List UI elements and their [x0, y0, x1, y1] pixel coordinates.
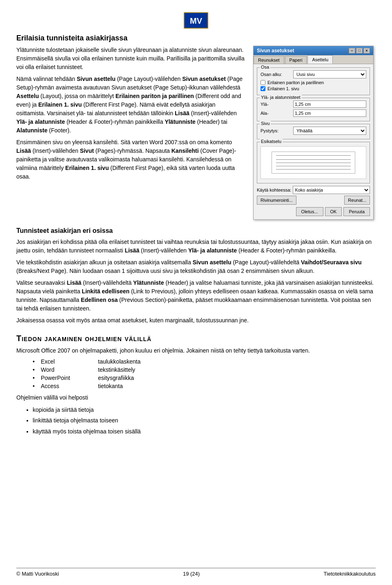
powerpoint-name: PowerPoint — [33, 375, 98, 381]
osa-group-title: Osa — [260, 65, 270, 69]
checkbox-1sivu-input[interactable] — [261, 86, 265, 91]
close-button[interactable]: × — [363, 48, 370, 54]
svg-text:MV: MV — [190, 16, 203, 25]
pystytys-label: Pystytys: — [261, 128, 293, 133]
kayta-select[interactable]: Koko asiakirja — [293, 186, 370, 194]
powerpoint-desc: esitysgrafiikka — [98, 375, 376, 381]
preview-line-mid1 — [276, 159, 351, 160]
dialog-column: Sivun asetukset − □ × Reunukset Paperi A… — [253, 46, 376, 220]
preview-line-mid3 — [276, 166, 351, 166]
dialog-body: Osa Osan alku: Uusi sivu Erilainen parit… — [254, 64, 373, 219]
checkbox-1sivu-label: Erilainen 1. sivu — [267, 86, 299, 91]
logo-container: MV — [16, 12, 376, 30]
section3-intro: Microsoft Office 2007 on ohjelmapaketti,… — [16, 346, 376, 355]
access-name: Access — [33, 383, 98, 389]
excel-name: Excel — [33, 358, 98, 365]
sivu-group: Sivu Pystytys: Ylhäällä — [257, 124, 370, 139]
ala-row: Ala- — [261, 109, 366, 117]
intro-para-1: Ylätunniste tulostetaan jokaiselle sivul… — [16, 46, 245, 71]
peruuta-button[interactable]: Peruuta — [343, 207, 370, 216]
section3: Tiedon jakaminen ohjelmien välillä Micro… — [16, 334, 376, 436]
footer: © Matti Vuorikoski 19 (24) Tietotekniikk… — [16, 568, 376, 577]
osan-alku-row: Osan alku: Uusi sivu — [261, 70, 366, 78]
intro-para-3: Ensimmäinen sivu on yleensä kansilehti. … — [16, 138, 245, 181]
preview-inner — [272, 152, 356, 174]
kayta-row: Käytä kohteessa: Koko asiakirja — [257, 186, 370, 194]
esikatselu-group-title: Esikatselu — [260, 139, 283, 144]
dialog-bottom-buttons: Rivinumerointi... Reunat... — [257, 196, 370, 205]
ok-cancel-row: Oletus... OK Peruuta — [257, 207, 370, 216]
sharing-intro: Ohjelmien välillä voi helposti — [16, 393, 376, 402]
section2-para-1: Jos asiakirjan eri kohdissa pitää olla e… — [16, 238, 376, 255]
rivinumerointi-button[interactable]: Rivinumerointi... — [257, 196, 296, 205]
yla-input[interactable] — [293, 100, 366, 108]
sivun-asetukset-dialog: Sivun asetukset − □ × Reunukset Paperi A… — [253, 46, 374, 220]
dialog-titlebar: Sivun asetukset − □ × — [254, 46, 373, 55]
yla-row: Ylä- — [261, 100, 366, 108]
excel-desc: taulukkolaskenta — [98, 358, 376, 365]
footer-right: Tietotekniikkakoulutus — [324, 571, 376, 577]
ala-input[interactable] — [293, 109, 366, 117]
section2-para-2: Vie tekstikohdistin asiakirjan alkuun ja… — [16, 258, 376, 275]
dialog-tabs: Reunukset Paperi Asettelu — [254, 55, 373, 64]
checkbox-pariton-input[interactable] — [261, 80, 265, 85]
ok-button[interactable]: OK — [325, 207, 342, 216]
osa-group: Osa Osan alku: Uusi sivu Erilainen parit… — [257, 67, 370, 95]
titlebar-buttons: − □ × — [349, 48, 370, 54]
preview-line-bot — [276, 169, 351, 170]
section2-title: Tunnisteet asiakirjan eri osissa — [16, 227, 376, 234]
checkbox-erilainen-pariton: Erilainen pariton ja parillinen — [261, 80, 366, 85]
tab-reunukset[interactable]: Reunukset — [254, 56, 284, 64]
pystytys-select[interactable]: Ylhäällä — [293, 127, 366, 135]
tab-asettelu[interactable]: Asettelu — [307, 55, 333, 64]
page: MV Erilaisia tunnisteita asiakirjassa Yl… — [0, 0, 392, 585]
sharing-item-3: käyttää myös toista ohjelmaa toisen sisä… — [33, 427, 376, 436]
sivu-group-title: Sivu — [260, 121, 271, 126]
checkbox-pariton-label: Erilainen pariton ja parillinen — [267, 80, 324, 85]
osan-alku-label: Osan alku: — [261, 72, 293, 77]
esikatselu-group: Esikatselu — [257, 142, 370, 183]
mv-logo: MV — [184, 12, 208, 29]
programs-list: Excel taulukkolaskenta Word tekstinkäsit… — [16, 358, 376, 389]
minimize-button[interactable]: − — [349, 48, 355, 54]
preview-line-top — [276, 155, 351, 156]
ala-label: Ala- — [261, 111, 293, 116]
reunat-button[interactable]: Reunat... — [344, 196, 370, 205]
yla-label: Ylä- — [261, 102, 293, 107]
pystytys-row: Pystytys: Ylhäällä — [261, 127, 366, 135]
checkbox-erilainen-1sivu: Erilainen 1. sivu — [261, 86, 366, 91]
tab-paperi[interactable]: Paperi — [285, 56, 307, 64]
etaisyys-group-title: Ylä- ja alatunnisteet — [260, 95, 302, 100]
word-desc: tekstinkäsittely — [98, 366, 376, 373]
kayta-label: Käytä kohteessa: — [257, 188, 291, 192]
maximize-button[interactable]: □ — [356, 48, 363, 54]
preview-line-mid2 — [276, 163, 351, 163]
section2-para-4: Jokaisessa osassa voit myös antaa omat a… — [16, 316, 376, 325]
section-title-main: Erilaisia tunnisteita asiakirjassa — [16, 34, 376, 42]
footer-center: 19 (24) — [183, 571, 200, 577]
osan-alku-select[interactable]: Uusi sivu — [293, 70, 366, 78]
preview-area — [261, 146, 366, 179]
oletus-button[interactable]: Oletus... — [296, 207, 323, 216]
etaisyys-group: Ylä- ja alatunnisteet Ylä- Ala- — [257, 98, 370, 121]
footer-left: © Matti Vuorikoski — [16, 571, 59, 577]
section2-para-3: Valitse seuraavaksi Lisää (Insert)-välil… — [16, 279, 376, 313]
content-area: Ylätunniste tulostetaan jokaiselle sivul… — [16, 46, 376, 220]
sharing-item-1: kopioida ja siirtää tietoja — [33, 405, 376, 414]
word-name: Word — [33, 366, 98, 373]
dialog-title: Sivun asetukset — [257, 48, 294, 54]
section2: Tunnisteet asiakirjan eri osissa Jos asi… — [16, 227, 376, 325]
section3-title: Tiedon jakaminen ohjelmien välillä — [16, 334, 376, 343]
text-column: Ylätunniste tulostetaan jokaiselle sivul… — [16, 46, 245, 220]
access-desc: tietokanta — [98, 383, 376, 389]
sharing-list: kopioida ja siirtää tietoja linkittää ti… — [16, 405, 376, 436]
sharing-item-2: linkittää tietoja ohjelmasta toiseen — [33, 416, 376, 425]
intro-para-2: Nämä valinnat tehdään Sivun asettelu (Pa… — [16, 75, 245, 135]
